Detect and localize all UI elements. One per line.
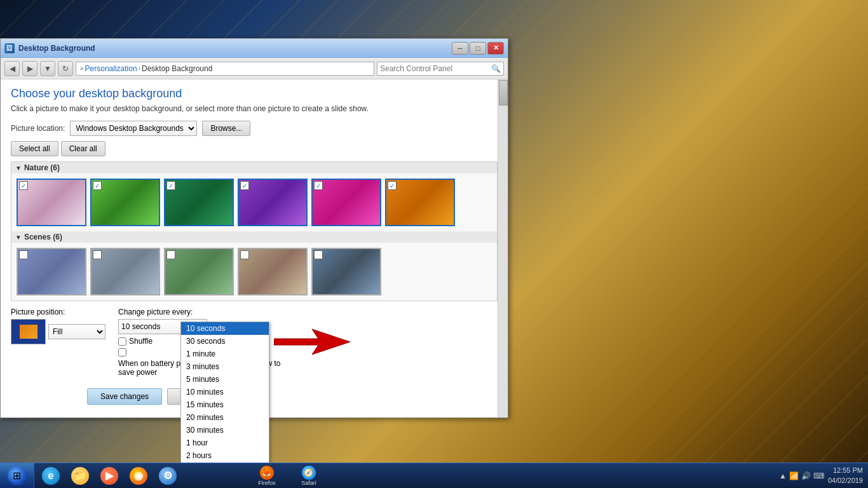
position-label: Picture position: <box>11 308 105 316</box>
dropdown-item-15min[interactable]: 15 minutes <box>181 398 269 411</box>
close-button[interactable]: ✕ <box>487 42 504 55</box>
battery-checkbox[interactable] <box>118 348 126 356</box>
wallpaper-item[interactable]: ✓ <box>17 179 86 226</box>
wallpaper-checkbox[interactable] <box>19 250 28 259</box>
select-clear-row: Select all Clear all <box>11 141 498 156</box>
nature-grid: ✓ ✓ ✓ ✓ ✓ <box>11 173 497 231</box>
back-button[interactable]: ◀ <box>4 61 20 76</box>
start-button[interactable]: ⊞ <box>0 463 34 489</box>
search-icon[interactable]: 🔍 <box>491 64 501 73</box>
select-all-button[interactable]: Select all <box>11 141 58 156</box>
taskbar-app-media[interactable]: ▶ <box>95 464 123 487</box>
taskbar-app-settings[interactable]: ⚙ <box>154 464 182 487</box>
taskbar-app-safari[interactable]: 🧭 Safari <box>290 464 328 487</box>
wallpaper-item[interactable]: ✓ <box>385 179 455 226</box>
breadcrumb-personalization[interactable]: Personalization <box>85 64 137 73</box>
dropdown-item-10sec[interactable]: 10 seconds <box>181 322 269 335</box>
dropdown-item-30min[interactable]: 30 minutes <box>181 424 269 437</box>
dropdown-item-20min[interactable]: 20 minutes <box>181 411 269 424</box>
wallpaper-item[interactable] <box>311 248 381 295</box>
refresh-button[interactable]: ↻ <box>58 61 73 76</box>
control-panel-window: 🖼 Desktop Background ─ □ ✕ ◀ ▶ ▼ ↻ » Per… <box>0 38 508 418</box>
dropdown-item-3min[interactable]: 3 minutes <box>181 360 269 373</box>
taskbar-app-chrome[interactable]: ◉ <box>125 464 153 487</box>
window-icon: 🖼 <box>4 43 15 53</box>
wallpaper-item[interactable]: ✓ <box>311 179 381 226</box>
shuffle-label: Shuffle <box>129 337 153 346</box>
taskbar-right: ▲ 📶 🔊 ⌨ 12:55 PM 04/02/2019 <box>779 466 868 485</box>
wallpaper-checkbox[interactable]: ✓ <box>19 181 28 190</box>
position-thumbnail <box>20 325 37 339</box>
save-changes-button[interactable]: Save changes <box>87 388 162 405</box>
chrome-icon: ◉ <box>130 467 147 485</box>
breadcrumb-current: Desktop Background <box>142 64 212 73</box>
wallpaper-checkbox[interactable]: ✓ <box>314 181 323 190</box>
clock[interactable]: 12:55 PM 04/02/2019 <box>828 466 863 485</box>
position-preview <box>11 319 46 344</box>
wallpaper-item[interactable]: ✓ <box>164 179 234 226</box>
wallpaper-item[interactable] <box>238 248 308 295</box>
settings-icon: ⚙ <box>159 467 177 485</box>
picture-location-row: Picture location: Windows Desktop Backgr… <box>11 121 498 136</box>
clear-all-button[interactable]: Clear all <box>61 141 105 156</box>
maximize-button[interactable]: □ <box>470 42 486 55</box>
search-box: 🔍 <box>377 62 504 76</box>
dropdown-button[interactable]: ▼ <box>40 61 55 76</box>
picture-position-section: Picture position: Fill Fit Stretch Tile <box>11 308 105 344</box>
action-buttons: Save changes Cancel <box>87 383 498 410</box>
dropdown-item-30sec[interactable]: 30 seconds <box>181 335 269 348</box>
taskbar-app-folder[interactable]: 📁 <box>66 464 94 487</box>
wallpaper-item[interactable] <box>164 248 234 295</box>
page-heading: Choose your desktop background <box>11 87 498 100</box>
window-controls: ─ □ ✕ <box>452 42 504 55</box>
wallpaper-checkbox[interactable]: ✓ <box>93 181 102 190</box>
tray-volume-icon[interactable]: 🔊 <box>801 471 811 480</box>
section-collapse-arrow-scenes: ▼ <box>15 234 22 241</box>
firefox-icon: 🦊 <box>260 466 274 480</box>
section-collapse-arrow: ▼ <box>15 165 22 172</box>
nature-section-label: Nature (6) <box>24 163 60 172</box>
search-input[interactable] <box>380 64 491 73</box>
shuffle-checkbox[interactable] <box>118 337 126 346</box>
wallpaper-checkbox[interactable] <box>314 250 323 259</box>
wallpaper-item[interactable] <box>90 248 160 295</box>
taskbar-app-firefox[interactable]: 🦊 Firefox <box>248 464 286 487</box>
wallpaper-checkbox[interactable]: ✓ <box>388 181 397 190</box>
wallpaper-item[interactable]: ✓ <box>238 179 308 226</box>
forward-button[interactable]: ▶ <box>22 61 37 76</box>
wallpaper-checkbox[interactable]: ✓ <box>166 181 175 190</box>
fill-select-wrapper: Fill Fit Stretch Tile Center <box>48 324 105 339</box>
page-subtitle: Click a picture to make it your desktop … <box>11 104 498 113</box>
scenes-section-header[interactable]: ▼ Scenes (6) <box>11 231 497 243</box>
dropdown-item-2hr[interactable]: 2 hours <box>181 449 269 462</box>
position-control: Fill Fit Stretch Tile Center <box>11 319 105 344</box>
breadcrumb-separator-2: › <box>139 65 140 72</box>
minimize-button[interactable]: ─ <box>452 42 468 55</box>
taskbar-app-ie[interactable]: e <box>37 464 65 487</box>
address-path: » Personalization › Desktop Background <box>76 62 374 76</box>
wallpaper-item[interactable] <box>17 248 86 295</box>
dropdown-item-10min[interactable]: 10 minutes <box>181 386 269 398</box>
safari-icon: 🧭 <box>302 466 316 480</box>
clock-date: 04/02/2019 <box>828 476 863 485</box>
wallpaper-checkbox[interactable] <box>93 250 102 259</box>
title-bar: 🖼 Desktop Background ─ □ ✕ <box>1 39 508 58</box>
dropdown-item-1min[interactable]: 1 minute <box>181 348 269 360</box>
breadcrumb-separator-1: » <box>80 65 84 72</box>
nature-section-header[interactable]: ▼ Nature (6) <box>11 162 497 173</box>
location-select[interactable]: Windows Desktop Backgrounds <box>70 121 197 136</box>
window-title: Desktop Background <box>18 44 452 53</box>
tray-arrow-icon[interactable]: ▲ <box>779 471 787 480</box>
window-scrollbar[interactable] <box>498 79 508 417</box>
ie-icon: e <box>42 467 60 485</box>
wallpaper-checkbox[interactable] <box>166 250 175 259</box>
browse-button[interactable]: Browse... <box>202 121 250 136</box>
wallpaper-checkbox[interactable] <box>240 250 249 259</box>
location-select-wrapper: Windows Desktop Backgrounds <box>70 121 197 136</box>
tray-keyboard-icon: ⌨ <box>813 471 824 480</box>
wallpaper-item[interactable]: ✓ <box>90 179 160 226</box>
dropdown-item-5min[interactable]: 5 minutes <box>181 373 269 386</box>
dropdown-item-1hr[interactable]: 1 hour <box>181 437 269 449</box>
wallpaper-checkbox[interactable]: ✓ <box>240 181 249 190</box>
fill-select[interactable]: Fill Fit Stretch Tile Center <box>48 324 105 339</box>
